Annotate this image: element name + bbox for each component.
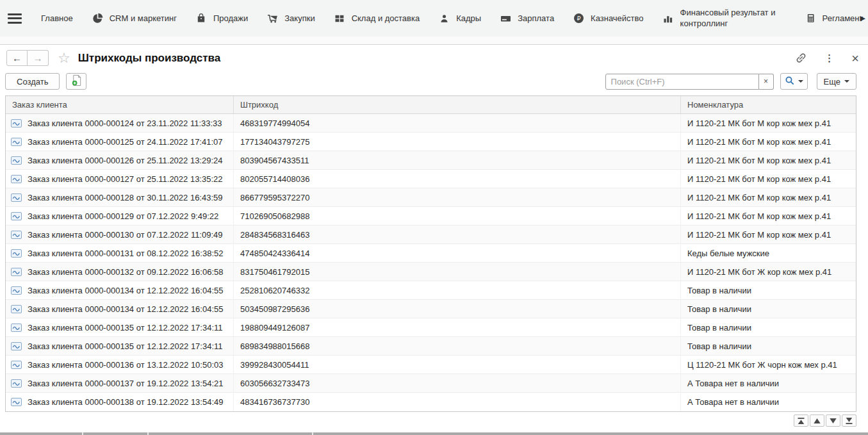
order-cell[interactable]: Заказ клиента 0000-000125 от 24.11.2022 …	[6, 133, 234, 151]
table-row[interactable]: Заказ клиента 0000-000136 от 13.12.2022 …	[6, 356, 856, 374]
section-regulated[interactable]: Регламент	[805, 13, 864, 24]
order-text: Заказ клиента 0000-000135 от 12.12.2022 …	[28, 341, 223, 351]
item-cell[interactable]: Товар в наличии	[681, 318, 856, 336]
barcode-cell[interactable]: 468319774994054	[234, 114, 681, 132]
favorite-star-icon[interactable]: ☆	[58, 51, 70, 65]
order-cell[interactable]: Заказ клиента 0000-000132 от 09.12.2022 …	[6, 263, 234, 281]
order-cell[interactable]: Заказ клиента 0000-000127 от 25.11.2022 …	[6, 170, 234, 188]
section-payroll[interactable]: Зарплата	[500, 13, 554, 24]
item-cell[interactable]: И 1120-21 МК бот Ж кор кож мех р.41	[681, 263, 856, 281]
item-cell[interactable]: Товар в наличии	[681, 337, 856, 355]
search-icon	[785, 76, 795, 88]
window-menu-icon[interactable]: ⋮	[824, 53, 834, 64]
item-cell[interactable]: И 1120-21 МК бот М кор кож мех р.41	[681, 170, 856, 188]
section-crm[interactable]: CRM и маркетинг	[92, 13, 177, 24]
table-row[interactable]: Заказ клиента 0000-000126 от 25.11.2022 …	[6, 151, 856, 170]
search-button[interactable]	[780, 73, 808, 90]
order-cell[interactable]: Заказ клиента 0000-000130 от 07.12.2022 …	[6, 226, 234, 243]
section-sales[interactable]: Продажи	[196, 13, 248, 24]
forward-button[interactable]: →	[28, 50, 49, 66]
barcode-cell[interactable]: 177134043797275	[234, 133, 681, 151]
scroll-down-button[interactable]	[826, 414, 840, 427]
table-row[interactable]: Заказ клиента 0000-000129 от 07.12.2022 …	[6, 207, 856, 226]
order-cell[interactable]: Заказ клиента 0000-000135 от 12.12.2022 …	[6, 337, 234, 355]
search-input[interactable]	[605, 74, 759, 90]
section-hr[interactable]: Кадры	[439, 13, 481, 24]
order-cell[interactable]: Заказ клиента 0000-000131 от 08.12.2022 …	[6, 244, 234, 262]
more-button-label: Еще	[824, 77, 840, 86]
table-row[interactable]: Заказ клиента 0000-000135 от 12.12.2022 …	[6, 318, 856, 337]
grid-icon	[334, 13, 345, 24]
item-cell[interactable]: И 1120-21 МК бот М кор кож мех р.41	[681, 151, 856, 169]
barcode-cell[interactable]: 399928430054411	[234, 356, 681, 373]
table-row[interactable]: Заказ клиента 0000-000134 от 12.12.2022 …	[6, 300, 856, 318]
item-cell[interactable]: Товар в наличии	[681, 300, 856, 318]
scroll-bottom-button[interactable]	[842, 414, 856, 427]
section-main[interactable]: Главное	[41, 13, 73, 23]
more-button[interactable]: Еще	[817, 73, 856, 90]
barcode-cell[interactable]: 474850424336414	[234, 244, 681, 262]
barcode-cell[interactable]: 803904567433511	[234, 151, 681, 169]
order-cell[interactable]: Заказ клиента 0000-000134 от 12.12.2022 …	[6, 281, 234, 299]
item-cell[interactable]: И 1120-21 МК бот М кор кож мех р.41	[681, 133, 856, 151]
table-row[interactable]: Заказ клиента 0000-000124 от 23.11.2022 …	[6, 114, 856, 133]
item-cell[interactable]: А Товара нет в наличии	[681, 374, 856, 392]
table-row[interactable]: Заказ клиента 0000-000130 от 07.12.2022 …	[6, 226, 856, 244]
barcode-cell[interactable]: 284834568316463	[234, 226, 681, 243]
item-cell[interactable]: Кеды белые мужские	[681, 244, 856, 262]
scroll-top-button[interactable]	[794, 414, 808, 427]
section-treasury[interactable]: ₽ Казначейство	[573, 13, 643, 24]
search-clear-button[interactable]: ×	[759, 74, 774, 90]
barcode-cell[interactable]: 603056632733473	[234, 374, 681, 392]
order-cell[interactable]: Заказ клиента 0000-000135 от 12.12.2022 …	[6, 318, 234, 336]
barcode-cell[interactable]: 710269050682988	[234, 207, 681, 225]
order-cell[interactable]: Заказ клиента 0000-000126 от 25.11.2022 …	[6, 151, 234, 169]
order-cell[interactable]: Заказ клиента 0000-000134 от 12.12.2022 …	[6, 300, 234, 318]
barcode-cell[interactable]: 483416736737730	[234, 393, 681, 411]
column-header-item[interactable]: Номенклатура	[681, 96, 856, 113]
barcode-cell[interactable]: 689834988015668	[234, 337, 681, 355]
table-row[interactable]: Заказ клиента 0000-000135 от 12.12.2022 …	[6, 337, 856, 356]
table-row[interactable]: Заказ клиента 0000-000125 от 24.11.2022 …	[6, 133, 856, 151]
table-row[interactable]: Заказ клиента 0000-000138 от 19.12.2022 …	[6, 393, 856, 411]
order-cell[interactable]: Заказ клиента 0000-000128 от 30.11.2022 …	[6, 188, 234, 206]
create-button[interactable]: Создать	[5, 73, 60, 90]
item-cell[interactable]: Товар в наличии	[681, 281, 856, 299]
order-cell[interactable]: Заказ клиента 0000-000137 от 19.12.2022 …	[6, 374, 234, 392]
back-button[interactable]: ←	[6, 50, 28, 66]
barcode-cell[interactable]: 198809449126087	[234, 318, 681, 336]
item-cell[interactable]: И 1120-21 МК бот М кор кож мех р.41	[681, 207, 856, 225]
create-copy-button[interactable]	[66, 73, 86, 90]
section-warehouse[interactable]: Склад и доставка	[334, 13, 420, 24]
barcode-cell[interactable]: 503450987295636	[234, 300, 681, 318]
order-cell[interactable]: Заказ клиента 0000-000136 от 13.12.2022 …	[6, 356, 234, 373]
order-cell[interactable]: Заказ клиента 0000-000129 от 07.12.2022 …	[6, 207, 234, 225]
column-header-barcode[interactable]: Штрихкод	[234, 96, 681, 113]
table-row[interactable]: Заказ клиента 0000-000134 от 12.12.2022 …	[6, 281, 856, 300]
order-cell[interactable]: Заказ клиента 0000-000138 от 19.12.2022 …	[6, 393, 234, 411]
get-link-icon[interactable]	[795, 52, 807, 64]
sections-overflow-icon[interactable]: ▶	[860, 14, 865, 22]
item-cell[interactable]: И 1120-21 МК бот М кор кож мех р.41	[681, 226, 856, 243]
section-purchases[interactable]: Закупки	[267, 13, 315, 24]
table-row[interactable]: Заказ клиента 0000-000137 от 19.12.2022 …	[6, 374, 856, 393]
barcode-cell[interactable]: 252810620746332	[234, 281, 681, 299]
scroll-up-button[interactable]	[810, 414, 824, 427]
order-cell[interactable]: Заказ клиента 0000-000124 от 23.11.2022 …	[6, 114, 234, 132]
barcode-cell[interactable]: 866779595372270	[234, 188, 681, 206]
item-cell[interactable]: И 1120-21 МК бот М кор кож мех р.41	[681, 114, 856, 132]
close-icon[interactable]: ×	[851, 52, 859, 65]
item-cell[interactable]: Ц 1120-21 МК бот Ж чорн кож мех р.41	[681, 356, 856, 373]
barcode-cell[interactable]: 831750461792015	[234, 263, 681, 281]
main-menu-icon[interactable]	[8, 13, 22, 24]
item-cell[interactable]: А Товара нет в наличии	[681, 393, 856, 411]
item-cell[interactable]: И 1120-21 МК бот М кор кож мех р.41	[681, 188, 856, 206]
section-finresult[interactable]: Финансовый результат и контроллинг	[663, 8, 786, 29]
table-row[interactable]: Заказ клиента 0000-000132 от 09.12.2022 …	[6, 263, 856, 281]
list-toolbar: Создать × Еще	[0, 71, 868, 95]
table-row[interactable]: Заказ клиента 0000-000128 от 30.11.2022 …	[6, 188, 856, 207]
barcode-cell[interactable]: 802055714408036	[234, 170, 681, 188]
column-header-order[interactable]: Заказ клиента	[6, 96, 234, 113]
table-row[interactable]: Заказ клиента 0000-000131 от 08.12.2022 …	[6, 244, 856, 263]
table-row[interactable]: Заказ клиента 0000-000127 от 25.11.2022 …	[6, 170, 856, 188]
